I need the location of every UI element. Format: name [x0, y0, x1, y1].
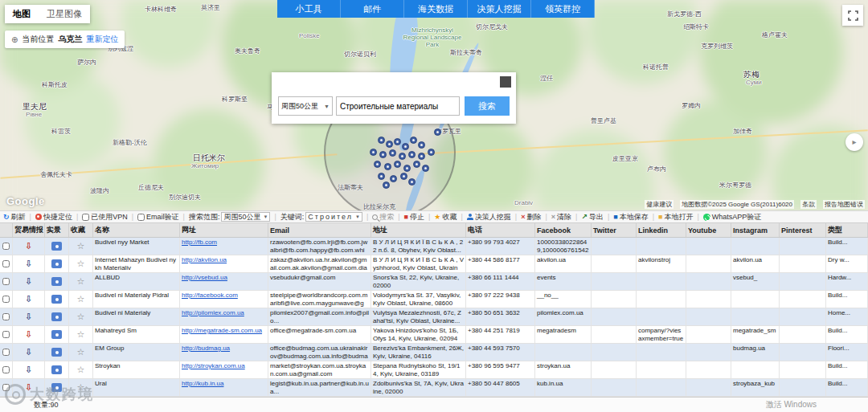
favorite-star-icon[interactable]: ☆ — [77, 242, 85, 251]
favorite-star-icon[interactable]: ☆ — [77, 277, 85, 286]
search-input[interactable] — [336, 96, 460, 116]
website-link[interactable]: http://facebook.com — [182, 292, 238, 299]
favorite-star-icon[interactable]: ☆ — [77, 295, 85, 304]
column-header[interactable]: 类型 — [826, 223, 868, 237]
column-header[interactable]: Youtube — [686, 223, 731, 237]
street-view-icon[interactable] — [51, 330, 62, 339]
search-button[interactable]: 搜索 — [465, 96, 510, 116]
relocate-link[interactable]: 重新定位 — [86, 34, 118, 45]
column-header[interactable]: Linkedin — [637, 223, 686, 237]
website-link[interactable]: http://akvilon.ua — [182, 256, 227, 263]
row-checkbox[interactable] — [2, 260, 10, 267]
search-range[interactable]: 搜索范围:周围50公里▼ — [189, 212, 270, 222]
refresh-button[interactable]: ↻刷新 — [3, 212, 26, 222]
street-view-icon[interactable] — [51, 383, 62, 392]
favorite-button[interactable]: ★收藏 — [434, 212, 457, 222]
nav-tab-0[interactable]: 小工具 — [277, 0, 341, 18]
street-view-icon[interactable] — [51, 277, 62, 286]
terms-link[interactable]: 条款 — [800, 200, 817, 209]
map-button[interactable]: 地图 — [5, 5, 39, 23]
column-header[interactable]: 收藏 — [69, 223, 93, 237]
row-checkbox[interactable] — [2, 384, 10, 391]
quick-locate-button[interactable]: 快捷定位 — [35, 212, 72, 222]
table-row[interactable]: ⇩☆Budivel ni Materialy Pidralhttp://face… — [0, 291, 868, 308]
trade-report-icon[interactable]: ⇩ — [25, 277, 32, 286]
table-row[interactable]: ⇩☆Budivel ni Materialyhttp://pilomlex.co… — [0, 308, 868, 326]
table-row[interactable]: ⇩☆Uralhttp://kub.in.ualegist@kub.in.ua.p… — [0, 379, 868, 397]
search-range-dropdown[interactable]: 周围50公里▼ — [221, 212, 270, 222]
favorite-star-icon[interactable]: ☆ — [77, 365, 85, 374]
website-link[interactable]: http://stroykan.com.ua — [182, 362, 245, 369]
nav-tab-2[interactable]: 海关数据 — [404, 0, 468, 18]
favorite-star-icon[interactable]: ☆ — [77, 330, 85, 339]
website-link[interactable]: http://megatrade-sm.com.ua — [182, 327, 262, 334]
keyword[interactable]: 关键词:Строител▼ — [280, 212, 362, 222]
table-row[interactable]: ⇩☆EM Grouphttp://budmag.uaoffice@budmag.… — [0, 344, 868, 361]
vpn-used[interactable]: 已使用VPN — [82, 212, 128, 222]
column-header[interactable]: 贸易情报 — [13, 223, 45, 237]
range-select[interactable]: 周围50公里 ▼ — [278, 96, 333, 116]
website-link[interactable]: http://kub.in.ua — [182, 380, 223, 387]
table-row[interactable]: ⇩☆Internet Mahazyn Budivel nykh Material… — [0, 255, 868, 273]
stop-button[interactable]: ■停止 — [404, 212, 424, 222]
column-header[interactable]: Instagram — [731, 223, 780, 237]
save-local-button[interactable]: ■本地保存 — [613, 212, 648, 222]
trade-report-icon[interactable]: ⇩ — [25, 348, 32, 357]
health-advice-link[interactable]: 健康建议 — [645, 200, 674, 209]
trade-report-icon[interactable]: ⇩ — [25, 259, 32, 268]
table-row[interactable]: ⇩☆ALLBUDhttp://vsebud.uavsebudukr@gmail.… — [0, 273, 868, 291]
table-row[interactable]: ⇩☆Mahatreyd Smhttp://megatrade-sm.com.ua… — [0, 326, 868, 344]
table-row[interactable]: ⇩☆Stroykanhttp://stroykan.com.uamarket@s… — [0, 361, 868, 379]
website-link[interactable]: http://pilomlex.com.ua — [182, 309, 244, 316]
row-checkbox[interactable] — [2, 313, 10, 320]
keyword-dropdown[interactable]: Строител▼ — [305, 212, 362, 222]
row-checkbox[interactable] — [2, 278, 10, 285]
column-header[interactable]: Twitter — [592, 223, 637, 237]
row-checkbox[interactable] — [2, 349, 10, 356]
satellite-button[interactable]: 卫星图像 — [39, 5, 90, 23]
column-header[interactable]: 实景 — [45, 223, 69, 237]
trade-report-icon[interactable]: ⇩ — [25, 365, 32, 374]
nav-tab-3[interactable]: 决策人挖掘 — [468, 0, 531, 18]
column-header[interactable]: Email — [268, 223, 371, 237]
decision-mining-button[interactable]: 决策人挖掘 — [467, 212, 511, 222]
map-canvas[interactable]: 卡林科维奇莫济里萨尔内别列兹涅科斯托皮里夫尼Рівне科雷茨新格勒-沃伦舍佩托夫… — [0, 0, 868, 210]
street-view-icon[interactable] — [51, 259, 62, 268]
favorite-star-icon[interactable]: ☆ — [77, 348, 85, 357]
favorite-star-icon[interactable]: ☆ — [77, 259, 85, 268]
column-header[interactable]: 电话 — [466, 223, 535, 237]
trade-report-icon[interactable]: ⇩ — [25, 330, 32, 339]
row-checkbox[interactable] — [2, 331, 10, 338]
street-view-icon[interactable] — [51, 365, 62, 374]
column-header[interactable]: Facebook — [535, 223, 592, 237]
street-view-icon[interactable] — [51, 348, 62, 357]
street-view-icon[interactable] — [51, 312, 62, 321]
table-row[interactable]: ⇩☆Budivel nyy Markethttp://fb.comrzawoot… — [0, 238, 868, 255]
website-link[interactable]: http://vsebud.ua — [182, 274, 227, 281]
close-icon[interactable] — [500, 76, 511, 88]
trade-report-icon[interactable]: ⇩ — [25, 242, 32, 251]
vpn-used-checkbox[interactable] — [82, 214, 89, 221]
column-header[interactable]: 网址 — [180, 223, 268, 237]
delete-button[interactable]: ×删除 — [521, 212, 541, 222]
whatsapp-verify-button[interactable]: WhatsAPP验证 — [703, 212, 762, 222]
column-header[interactable]: 地址 — [371, 223, 466, 237]
trade-report-icon[interactable]: ⇩ — [25, 312, 32, 321]
nav-tab-1[interactable]: 邮件 — [341, 0, 404, 18]
search-button[interactable]: 搜索 — [372, 212, 394, 222]
open-local-button[interactable]: ■本地打开 — [658, 212, 693, 222]
website-link[interactable]: http://budmag.ua — [182, 345, 230, 352]
trade-report-icon[interactable]: ⇩ — [25, 295, 32, 304]
row-checkbox[interactable] — [2, 366, 10, 373]
email-verify-checkbox[interactable] — [137, 214, 145, 221]
trade-report-icon[interactable]: ⇩ — [25, 383, 32, 392]
street-view-icon[interactable] — [51, 295, 62, 304]
email-verify[interactable]: Email验证 — [137, 212, 179, 222]
row-checkbox[interactable] — [2, 243, 10, 250]
report-error-link[interactable]: 报告地图错误 — [823, 200, 865, 209]
street-view-icon[interactable] — [51, 242, 62, 251]
map-compass-control[interactable]: ▸ — [845, 133, 863, 151]
column-header[interactable]: Pinterest — [780, 223, 826, 237]
export-button[interactable]: ↗导出 — [581, 212, 604, 222]
clear-button[interactable]: ×清除 — [551, 212, 571, 222]
